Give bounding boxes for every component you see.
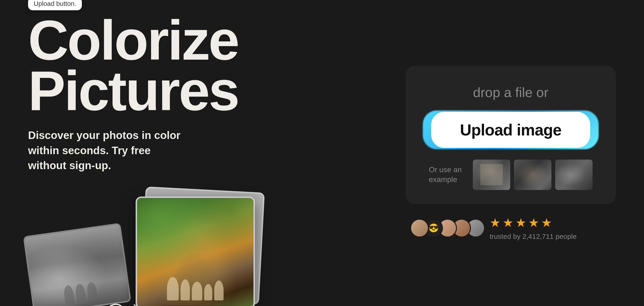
star-3: ★ [516,216,526,230]
example-thumb-2[interactable] [514,160,552,190]
star-4: ★ [528,216,539,230]
trust-text: trusted by 2,412,711 people [490,232,577,240]
cfig-1 [167,277,179,300]
upload-card: drop a file or Upload image Or use an ex… [406,66,616,204]
example-thumb-1[interactable] [473,160,510,190]
bw-photo-container [23,223,131,306]
color-photo [136,196,255,306]
figure-1 [63,285,75,304]
main-title: Colorize Pictures [28,15,387,116]
upload-button-wrapper: Upload image [424,112,597,148]
example-thumbnails [473,160,592,190]
stars-section: ★ ★ ★ ★ ★ trusted by 2,412,711 people [490,216,577,240]
avatars-group: 😎 [410,219,480,237]
star-5: ★ [541,216,552,230]
right-section: drop a file or Upload image Or use an ex… [406,66,616,240]
stars-row: ★ ★ ★ ★ ★ [490,216,577,230]
example-label: Or use an example [429,165,466,184]
cfig-4 [204,284,212,300]
social-proof: 😎 ★ ★ ★ ★ ★ trusted by 2,412,711 people [406,216,616,240]
cfig-2 [180,279,190,300]
example-thumb-3[interactable] [555,160,592,190]
subtitle: Discover your photos in color within sec… [28,128,192,173]
star-1: ★ [490,216,501,230]
avatar-1 [410,219,429,237]
star-2: ★ [502,216,514,230]
left-section: P Upload button. Colorize Pictures Disco… [28,0,387,306]
images-area: 21+ Color filters [28,196,387,306]
color-photo-figures [137,277,254,300]
drop-text: drop a file or [473,85,548,100]
upload-image-button[interactable]: Upload image [431,112,590,148]
cfig-3 [192,282,202,300]
example-row: Or use an example [424,160,597,190]
cfig-5 [214,280,224,300]
color-photo-container: 21+ Color filters [136,196,255,306]
